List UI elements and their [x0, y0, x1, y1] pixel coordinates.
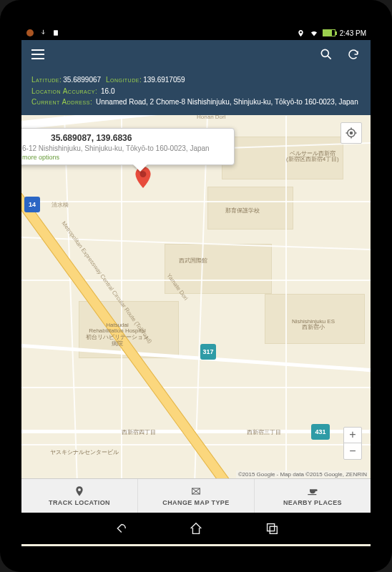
- recent-apps-button[interactable]: [263, 519, 281, 538]
- latitude-label: Latitude:: [31, 76, 62, 84]
- poi-nishishinjuku-es: Nishishinjuku ES 西新宿小: [292, 319, 335, 332]
- app-header: [21, 40, 371, 69]
- map-callout[interactable]: 35.689087, 139.6836 6-12 Nishishinjuku, …: [21, 128, 235, 165]
- poi-sasuki: ヤスキシナルセンタービル: [50, 450, 119, 456]
- refresh-icon[interactable]: [346, 47, 361, 61]
- poi-nishi4: 西新宿四丁目: [122, 430, 156, 436]
- longitude-value: 139.6917059: [143, 76, 185, 84]
- bottom-tab-bar: TRACK LOCATION CHANGE MAP TYPE NEARBY PL…: [21, 478, 371, 513]
- app-icon: [26, 29, 34, 37]
- longitude-label: Longitude:: [106, 76, 142, 84]
- sd-card-icon: [52, 29, 60, 37]
- poi-bellsalle: ベルサール西新宿 (新宿区西新宿4丁目): [286, 151, 339, 164]
- poi-kindergarten: 那育保護学校: [225, 208, 260, 214]
- menu-icon[interactable]: [31, 49, 44, 59]
- wifi-icon: [310, 29, 318, 37]
- callout-more-options[interactable]: more options: [22, 154, 227, 161]
- location-status-icon: [297, 29, 305, 37]
- android-nav-bar: [21, 513, 371, 544]
- route-shield-431: 431: [311, 424, 330, 440]
- map-attribution: ©2015 Google - Map data ©2015 Google, ZE…: [236, 470, 369, 478]
- cup-icon: [306, 485, 319, 498]
- tab-track-location[interactable]: TRACK LOCATION: [21, 479, 138, 513]
- poi-building: 西武国際館: [179, 258, 207, 265]
- tab-label: NEARBY PLACES: [283, 499, 342, 506]
- my-location-button[interactable]: [340, 122, 362, 144]
- download-icon: [39, 29, 47, 37]
- callout-address: 6-12 Nishishinjuku, Shinjuku-ku, Tōkyō-t…: [22, 144, 227, 152]
- home-button[interactable]: [187, 519, 205, 538]
- location-info-panel: Latitude:35.6899067 Longitude:139.691705…: [21, 69, 371, 115]
- svg-point-4: [140, 171, 147, 177]
- poi-hatsudai: Hatsudai Rehabilitation Hospital 初台リハビリテ…: [86, 322, 149, 347]
- address-label: Current Address:: [31, 98, 92, 106]
- map[interactable]: Honan Dori 清水橋 Metropolitan Expressway C…: [21, 115, 371, 478]
- svg-point-0: [26, 29, 34, 36]
- tab-label: TRACK LOCATION: [49, 499, 110, 506]
- pin-icon: [73, 485, 86, 498]
- svg-point-6: [351, 132, 353, 134]
- svg-rect-13: [270, 526, 277, 533]
- map-icon: [190, 485, 202, 498]
- screen: 2:43 PM Latitude:35.6899067 Longitude:13…: [21, 26, 371, 546]
- android-status-bar: 2:43 PM: [21, 26, 371, 40]
- svg-rect-12: [268, 523, 275, 531]
- poi-nishi3: 西新宿三丁目: [247, 430, 281, 436]
- zoom-in-button[interactable]: +: [344, 428, 361, 443]
- tab-change-map-type[interactable]: CHANGE MAP TYPE: [138, 479, 255, 513]
- svg-rect-1: [54, 30, 58, 36]
- road-label-shimizu: 清水橋: [52, 201, 69, 209]
- tablet-frame: 2:43 PM Latitude:35.6899067 Longitude:13…: [0, 0, 392, 572]
- zoom-out-button[interactable]: −: [344, 443, 361, 459]
- tab-label: CHANGE MAP TYPE: [162, 499, 229, 506]
- accuracy-value: 16.0: [101, 87, 114, 95]
- svg-point-2: [321, 49, 328, 56]
- search-icon[interactable]: [319, 47, 333, 61]
- battery-icon: [323, 29, 335, 36]
- latitude-value: 35.6899067: [63, 76, 101, 84]
- route-shield-14: 14: [24, 197, 40, 212]
- svg-line-3: [328, 56, 331, 59]
- route-shield-317: 317: [200, 344, 216, 360]
- status-time: 2:43 PM: [340, 29, 366, 37]
- address-value: Unnamed Road, 2 Chome-8 Nishishinjuku, S…: [96, 98, 358, 106]
- back-button[interactable]: [111, 519, 129, 538]
- accuracy-label: Location Accuracy:: [31, 87, 97, 95]
- road-label-honan: Honan Dori: [197, 115, 225, 120]
- callout-title: 35.689087, 139.6836: [22, 133, 227, 143]
- zoom-control: + −: [343, 427, 362, 460]
- tab-nearby-places[interactable]: NEARBY PLACES: [255, 479, 371, 513]
